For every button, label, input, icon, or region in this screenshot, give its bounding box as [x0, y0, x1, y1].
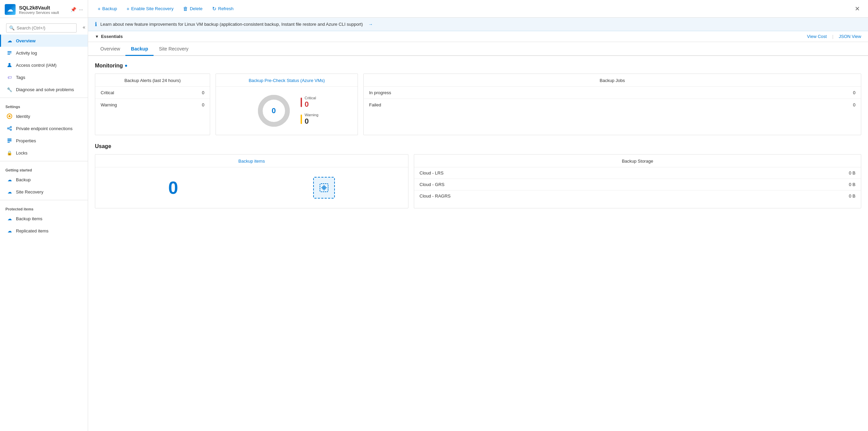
job-row-failed: Failed 0: [364, 99, 861, 111]
sidebar-item-label: Diagnose and solve problems: [16, 87, 74, 92]
sidebar-item-tags[interactable]: 🏷 Tags: [0, 71, 88, 83]
json-view-link[interactable]: JSON View: [839, 34, 861, 39]
sidebar-item-label: Tags: [16, 75, 25, 80]
tab-site-recovery[interactable]: Site Recovery: [154, 42, 194, 56]
sidebar-item-identity[interactable]: Identity: [0, 110, 88, 122]
sidebar-item-site-recovery[interactable]: ☁ Site Recovery: [0, 186, 88, 198]
sidebar-item-backup[interactable]: ☁ Backup: [0, 173, 88, 186]
backup-alerts-body: Critical 0 Warning 0: [95, 87, 210, 111]
legend-text-critical: Critical 0: [305, 96, 316, 109]
backup-alerts-card: Backup Alerts (last 24 hours) Critical 0…: [95, 74, 210, 135]
toolbar: + Backup + Enable Site Recovery 🗑 Delete…: [88, 0, 868, 18]
sidebar: ☁ SQL2k8Vault Recovery Services vault 📌 …: [0, 0, 88, 431]
tags-icon: 🏷: [6, 74, 13, 80]
job-value-failed: 0: [853, 102, 855, 107]
sidebar-item-overview[interactable]: ☁ Overview: [0, 35, 88, 47]
loading-dot: [125, 65, 127, 67]
sidebar-item-diagnose[interactable]: 🔧 Diagnose and solve problems: [0, 83, 88, 96]
jobs-title: Backup Jobs: [364, 74, 861, 87]
more-icon[interactable]: ···: [79, 7, 83, 12]
locks-icon: 🔒: [6, 150, 13, 156]
sidebar-item-label: Locks: [16, 150, 27, 156]
plus-icon: +: [98, 6, 101, 12]
endpoint-icon: [6, 125, 13, 131]
pin-icon[interactable]: 📌: [70, 7, 76, 12]
sidebar-subtitle: Recovery Services vault: [19, 11, 67, 15]
essentials-toggle[interactable]: ▼ Essentials: [95, 34, 123, 39]
alert-value-critical: 0: [202, 90, 204, 95]
job-value-in-progress: 0: [853, 90, 855, 95]
svg-point-7: [10, 126, 12, 128]
sidebar-search-box[interactable]: 🔍: [6, 23, 77, 33]
storage-row-lrs: Cloud - LRS 0 B: [414, 167, 861, 179]
svg-rect-17: [322, 186, 326, 189]
donut-legend: Critical 0 Warning 0: [301, 96, 319, 126]
usage-title: Usage: [95, 143, 861, 149]
legend-bar-warning: [301, 115, 302, 124]
donut-center-value: 0: [272, 106, 276, 115]
essentials-bar: ▼ Essentials View Cost | JSON View: [88, 31, 868, 42]
view-cost-link[interactable]: View Cost: [807, 34, 827, 39]
backup-button[interactable]: + Backup: [94, 4, 121, 14]
collapse-button[interactable]: «: [83, 22, 85, 32]
dashboard: Monitoring Backup Alerts (last 24 hours)…: [88, 56, 868, 215]
alert-row-critical: Critical 0: [95, 87, 210, 99]
svg-rect-11: [7, 139, 12, 140]
sidebar-item-private-endpoint[interactable]: Private endpoint connections: [0, 122, 88, 135]
sidebar-item-locks[interactable]: 🔒 Locks: [0, 147, 88, 159]
backup-icon: ☁: [6, 177, 13, 183]
job-label-failed: Failed: [369, 102, 381, 107]
activity-log-icon: [6, 50, 13, 56]
backup-items-link[interactable]: Backup items: [238, 159, 265, 164]
svg-rect-2: [7, 54, 10, 55]
sidebar-item-replicated-items[interactable]: ☁ Replicated items: [0, 225, 88, 237]
svg-rect-1: [7, 53, 12, 53]
main-content: + Backup + Enable Site Recovery 🗑 Delete…: [88, 0, 868, 431]
sidebar-nav: ☁ Overview Activity log Access control (…: [0, 35, 88, 431]
sidebar-item-label: Access control (IAM): [16, 63, 57, 68]
monitoring-title: Monitoring: [95, 63, 861, 69]
refresh-button[interactable]: ↻ Refresh: [208, 4, 238, 14]
backup-items-body: 0: [95, 167, 408, 208]
sidebar-item-properties[interactable]: Properties: [0, 135, 88, 147]
svg-point-3: [8, 63, 11, 65]
replicated-items-icon: ☁: [6, 228, 13, 234]
sidebar-item-label: Properties: [16, 138, 36, 143]
properties-icon: [6, 138, 13, 144]
search-input[interactable]: [17, 25, 74, 30]
precheck-status-card: Backup Pre-Check Status (Azure VMs) 0: [216, 74, 358, 135]
info-banner-text: Learn about new feature improvements for…: [100, 22, 363, 27]
sidebar-item-activity-log[interactable]: Activity log: [0, 47, 88, 59]
sidebar-item-access-control[interactable]: Access control (IAM): [0, 59, 88, 71]
sidebar-item-label: Replicated items: [16, 228, 48, 233]
tab-overview[interactable]: Overview: [95, 42, 125, 56]
storage-value-lrs: 0 B: [849, 170, 855, 176]
storage-label-lrs: Cloud - LRS: [420, 170, 444, 176]
close-button[interactable]: ✕: [852, 4, 863, 14]
storage-value-grs: 0 B: [849, 182, 855, 187]
info-banner[interactable]: ℹ Learn about new feature improvements f…: [88, 18, 868, 31]
section-label-getting-started: Getting started: [0, 163, 88, 173]
storage-label-grs: Cloud - GRS: [420, 182, 445, 187]
tab-backup[interactable]: Backup: [125, 42, 154, 56]
delete-button[interactable]: 🗑 Delete: [179, 4, 207, 14]
chevron-down-icon: ▼: [95, 34, 99, 39]
enable-site-recovery-button[interactable]: + Enable Site Recovery: [122, 4, 178, 14]
sidebar-item-label: Identity: [16, 114, 30, 119]
sidebar-title: SQL2k8Vault: [19, 5, 67, 11]
backup-items-card-title: Backup items: [95, 155, 408, 167]
info-icon: ℹ: [95, 21, 97, 27]
storage-value-ragrs: 0 B: [849, 193, 855, 199]
sidebar-item-label: Private endpoint connections: [16, 126, 73, 131]
legend-item-warning: Warning 0: [301, 113, 319, 126]
precheck-link[interactable]: Backup Pre-Check Status (Azure VMs): [249, 78, 325, 83]
sidebar-item-backup-items[interactable]: ☁ Backup items: [0, 212, 88, 225]
donut-body: 0 Critical 0: [216, 87, 358, 135]
sidebar-item-label: Site Recovery: [16, 189, 43, 194]
section-label-settings: Settings: [0, 100, 88, 110]
search-icon: 🔍: [9, 25, 15, 30]
sidebar-item-label: Activity log: [16, 50, 37, 56]
alert-row-warning: Warning 0: [95, 99, 210, 111]
sidebar-title-block: SQL2k8Vault Recovery Services vault: [19, 5, 67, 15]
site-recovery-icon: ☁: [6, 189, 13, 195]
